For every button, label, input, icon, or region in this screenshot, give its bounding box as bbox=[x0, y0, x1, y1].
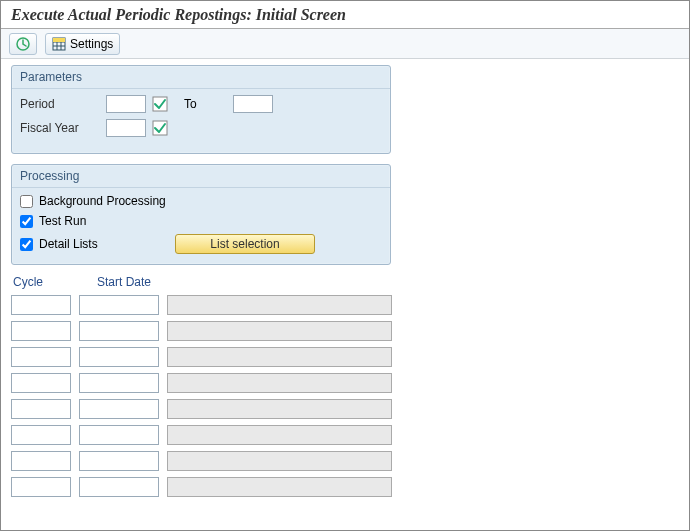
table-row bbox=[11, 425, 679, 445]
list-selection-button[interactable]: List selection bbox=[175, 234, 315, 254]
table-row bbox=[11, 295, 679, 315]
processing-panel: Processing Background Processing Test Ru… bbox=[11, 164, 391, 265]
f4-help-icon[interactable] bbox=[152, 120, 168, 136]
desc-display bbox=[167, 321, 392, 341]
parameters-title: Parameters bbox=[12, 66, 390, 88]
settings-table-icon bbox=[52, 37, 66, 51]
start-date-input[interactable] bbox=[79, 477, 159, 497]
table-row bbox=[11, 373, 679, 393]
desc-display bbox=[167, 425, 392, 445]
cycle-input[interactable] bbox=[11, 425, 71, 445]
table-row bbox=[11, 477, 679, 497]
desc-display bbox=[167, 373, 392, 393]
background-processing-label: Background Processing bbox=[39, 194, 166, 208]
table-rows bbox=[11, 295, 679, 497]
settings-label: Settings bbox=[70, 37, 113, 51]
desc-display bbox=[167, 477, 392, 497]
page-title: Execute Actual Periodic Repostings: Init… bbox=[11, 6, 346, 24]
cycle-input[interactable] bbox=[11, 451, 71, 471]
table-row bbox=[11, 321, 679, 341]
test-run-checkbox[interactable] bbox=[20, 215, 33, 228]
start-date-input[interactable] bbox=[79, 373, 159, 393]
start-date-input[interactable] bbox=[79, 425, 159, 445]
table-row bbox=[11, 347, 679, 367]
fiscal-year-input[interactable] bbox=[106, 119, 146, 137]
settings-button[interactable]: Settings bbox=[45, 33, 120, 55]
page-title-bar: Execute Actual Periodic Repostings: Init… bbox=[1, 1, 689, 29]
start-date-input[interactable] bbox=[79, 399, 159, 419]
f4-help-icon[interactable] bbox=[152, 96, 168, 112]
start-date-input[interactable] bbox=[79, 451, 159, 471]
period-label: Period bbox=[20, 97, 100, 111]
parameters-panel: Parameters Period To Fiscal Year bbox=[11, 65, 391, 154]
detail-lists-label: Detail Lists bbox=[39, 237, 169, 251]
to-label: To bbox=[184, 97, 197, 111]
fiscal-year-label: Fiscal Year bbox=[20, 121, 100, 135]
start-date-input[interactable] bbox=[79, 347, 159, 367]
detail-lists-checkbox[interactable] bbox=[20, 238, 33, 251]
toolbar: Settings bbox=[1, 29, 689, 59]
processing-title: Processing bbox=[12, 165, 390, 187]
cycle-input[interactable] bbox=[11, 477, 71, 497]
table-header: Cycle Start Date bbox=[13, 275, 679, 289]
cycle-input[interactable] bbox=[11, 347, 71, 367]
test-run-label: Test Run bbox=[39, 214, 86, 228]
cycle-input[interactable] bbox=[11, 321, 71, 341]
desc-display bbox=[167, 399, 392, 419]
period-to-input[interactable] bbox=[233, 95, 273, 113]
svg-rect-2 bbox=[53, 38, 65, 42]
cycle-input[interactable] bbox=[11, 295, 71, 315]
col-start-date: Start Date bbox=[97, 275, 177, 289]
col-cycle: Cycle bbox=[13, 275, 73, 289]
execute-button[interactable] bbox=[9, 33, 37, 55]
period-from-input[interactable] bbox=[106, 95, 146, 113]
cycle-input[interactable] bbox=[11, 399, 71, 419]
desc-display bbox=[167, 295, 392, 315]
start-date-input[interactable] bbox=[79, 321, 159, 341]
execute-clock-icon bbox=[16, 37, 30, 51]
desc-display bbox=[167, 347, 392, 367]
desc-display bbox=[167, 451, 392, 471]
table-row bbox=[11, 399, 679, 419]
start-date-input[interactable] bbox=[79, 295, 159, 315]
table-row bbox=[11, 451, 679, 471]
cycle-input[interactable] bbox=[11, 373, 71, 393]
background-processing-checkbox[interactable] bbox=[20, 195, 33, 208]
